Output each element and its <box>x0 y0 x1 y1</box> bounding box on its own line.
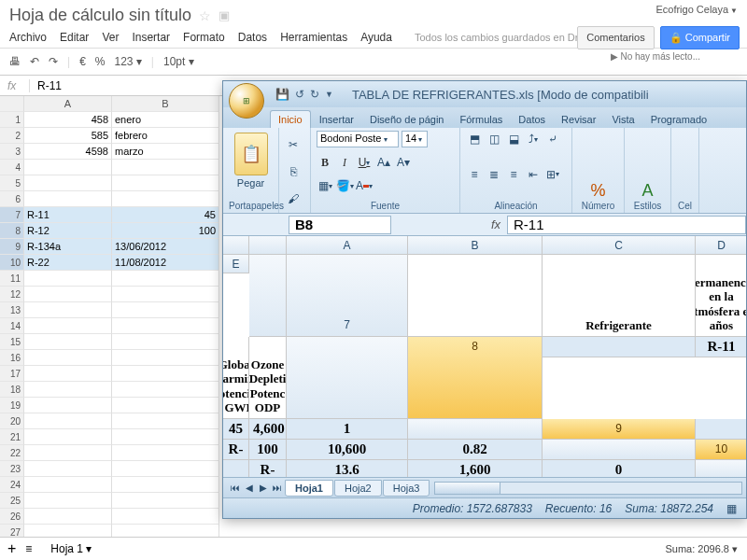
align-bottom-icon[interactable]: ⬓ <box>505 131 522 147</box>
cell-b12[interactable] <box>112 287 219 302</box>
cell-a14[interactable] <box>24 318 112 334</box>
all-sheets-icon[interactable]: ≡ <box>25 542 32 555</box>
italic-button[interactable]: I <box>336 154 353 171</box>
cell-b23[interactable] <box>112 461 219 477</box>
cell-b4[interactable] <box>112 160 219 175</box>
cell-b20[interactable] <box>112 413 219 429</box>
col-header-D[interactable]: D <box>696 236 746 255</box>
row-header-25[interactable]: 25 <box>0 493 24 509</box>
cell-a11[interactable] <box>24 271 112 287</box>
cell-b10[interactable]: 11/08/2012 <box>112 255 219 271</box>
format-painter-icon[interactable]: 🖌 <box>285 190 302 207</box>
header-cell-0[interactable] <box>408 255 543 337</box>
cut-icon[interactable]: ✂ <box>285 136 302 153</box>
gs-doc-title[interactable]: Hoja de cálculo sin título <box>9 6 191 25</box>
bold-button[interactable]: B <box>317 154 333 171</box>
formula-bar[interactable]: R-11 <box>507 216 746 234</box>
col-header-C[interactable]: C <box>543 236 696 255</box>
row-header-18[interactable]: 18 <box>0 382 24 398</box>
cell-a3[interactable]: 4598 <box>24 144 112 160</box>
gs-sum[interactable]: Suma: 2096.8 ▾ <box>665 543 738 555</box>
folder-icon[interactable]: ▣ <box>218 8 230 22</box>
cell-b8[interactable]: R-11 <box>696 337 746 357</box>
cell-e10[interactable]: 0 <box>543 460 696 477</box>
row-header-9[interactable]: 9 <box>543 419 696 440</box>
comments-button[interactable]: Comentarios <box>577 26 654 49</box>
row-header-10[interactable]: 10 <box>696 440 746 460</box>
cell-b9[interactable]: 13/06/2012 <box>112 239 219 255</box>
percent-button[interactable]: % <box>95 55 106 68</box>
tab-datos[interactable]: Datos <box>511 111 553 128</box>
fill-color-icon[interactable]: 🪣 <box>336 177 353 194</box>
cell-a16[interactable] <box>24 350 112 366</box>
cell-b7[interactable]: 45 <box>112 207 219 223</box>
cell-b24[interactable] <box>112 477 219 493</box>
sheet-tab-hoja1[interactable]: Hoja 1 ▾ <box>41 539 101 558</box>
cell-a17[interactable] <box>24 366 112 382</box>
cell-a10[interactable]: R-22 <box>24 255 112 271</box>
save-icon[interactable]: 💾 <box>275 88 289 101</box>
font-color-icon[interactable]: A <box>356 177 373 194</box>
cell-a21[interactable] <box>24 429 112 445</box>
col-header-E[interactable]: E <box>223 255 249 273</box>
cell-e9[interactable]: 0.82 <box>408 440 543 460</box>
row-header-3[interactable]: 3 <box>0 144 24 160</box>
cell-a9[interactable] <box>696 419 746 440</box>
col-header-B[interactable]: B <box>408 236 543 255</box>
row-header-17[interactable]: 17 <box>0 366 24 382</box>
undo-icon[interactable]: ↶ <box>30 55 39 68</box>
cell-a13[interactable] <box>24 302 112 318</box>
cell-b25[interactable] <box>112 493 219 509</box>
cell-a6[interactable] <box>24 191 112 207</box>
cell-c9[interactable]: 100 <box>249 440 287 460</box>
cell-a24[interactable] <box>24 477 112 493</box>
office-button[interactable]: ⊞ <box>229 83 264 119</box>
menu-formato[interactable]: Formato <box>183 31 225 44</box>
row-header-12[interactable]: 12 <box>0 287 24 302</box>
row-header-10[interactable]: 10 <box>0 255 24 271</box>
row-header-22[interactable]: 22 <box>0 445 24 461</box>
header-cell-3[interactable]: Global Warming Potencial / GWP <box>223 337 249 419</box>
cell-d9[interactable]: 10,600 <box>287 440 408 460</box>
cell-a20[interactable] <box>24 413 112 429</box>
header-cell-2[interactable]: Permanencia en la atmósfera en años <box>696 255 746 337</box>
row-header-7[interactable]: 7 <box>287 255 408 337</box>
tab-revisar[interactable]: Revisar <box>554 111 603 128</box>
cell-a25[interactable] <box>24 493 112 509</box>
sheet-nav-prev-icon[interactable]: ◀ <box>243 483 256 493</box>
align-left-icon[interactable]: ≡ <box>466 166 483 183</box>
orientation-icon[interactable]: ⤴ <box>525 131 542 147</box>
row-header-15[interactable]: 15 <box>0 334 24 350</box>
cell-a12[interactable] <box>24 287 112 302</box>
cell-b22[interactable] <box>112 445 219 461</box>
menu-editar[interactable]: Editar <box>60 31 89 44</box>
paste-button[interactable]: 📋 <box>234 133 268 175</box>
align-right-icon[interactable]: ≡ <box>505 166 522 183</box>
cell-a22[interactable] <box>24 445 112 461</box>
redo-icon[interactable]: ↻ <box>310 88 319 101</box>
borders-icon[interactable]: ▦ <box>317 177 333 194</box>
tab-inicio[interactable]: Inicio <box>270 110 311 128</box>
cell-a4[interactable] <box>24 160 112 175</box>
redo-icon[interactable]: ↷ <box>49 55 58 68</box>
row-header-6[interactable]: 6 <box>0 191 24 207</box>
cell-b9[interactable]: R-12 <box>223 440 249 460</box>
font-size-combo[interactable]: 14 <box>402 131 428 147</box>
cell-b15[interactable] <box>112 334 219 350</box>
cell-a23[interactable] <box>24 461 112 477</box>
tab-formulas[interactable]: Fórmulas <box>453 111 511 128</box>
cell-b11[interactable] <box>112 271 219 287</box>
menu-ver[interactable]: Ver <box>102 31 119 44</box>
font-name-combo[interactable]: Bodoni Poste <box>317 131 399 147</box>
cell-a15[interactable] <box>24 334 112 350</box>
cell-b8[interactable]: 100 <box>112 223 219 239</box>
copy-icon[interactable]: ⎘ <box>285 163 302 180</box>
cell-c8[interactable]: 45 <box>223 419 249 440</box>
cell-a18[interactable] <box>24 382 112 398</box>
row-header-11[interactable]: 11 <box>0 271 24 287</box>
cell-b18[interactable] <box>112 382 219 398</box>
cell-a1[interactable]: 458 <box>24 112 112 128</box>
add-sheet-icon[interactable]: + <box>7 540 16 557</box>
fontsize-button[interactable]: 10pt ▾ <box>163 55 194 68</box>
cell-b14[interactable] <box>112 318 219 334</box>
